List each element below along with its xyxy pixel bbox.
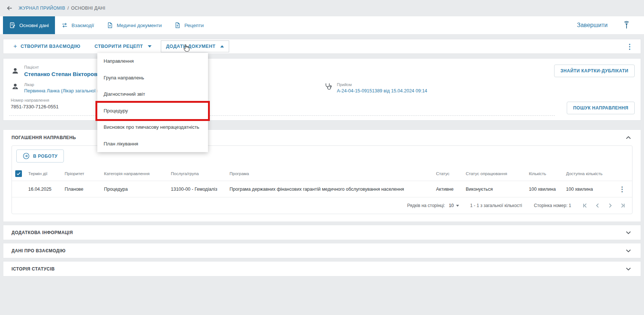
breadcrumb: ЖУРНАЛ ПРИЙОМІВ / ОСНОВНІ ДАНІ — [19, 6, 105, 11]
dropdown-item-referral-group[interactable]: Група направлень — [97, 70, 208, 86]
create-prescription-button[interactable]: СТВОРИТИ РЕЦЕПТ — [90, 41, 156, 52]
to-work-button[interactable]: В РОБОТУ — [16, 150, 64, 163]
previous-page-button[interactable] — [594, 202, 601, 209]
first-page-icon — [582, 202, 588, 209]
cell-category: Процедура — [104, 187, 171, 192]
add-document-dropdown: Направлення Група направлень Діагностичн… — [97, 53, 208, 152]
table-row[interactable]: 16.04.2025 Планове Процедура 13100-00 - … — [12, 181, 632, 197]
referral-number-value: 7851-7330-7126-0551 — [11, 104, 555, 109]
cell-priority: Планове — [65, 187, 104, 192]
cell-processing-status: Виконується — [466, 187, 529, 192]
col-header: Категорія направлення — [104, 171, 171, 176]
tab-medical-documents[interactable]: Медичні документи — [100, 16, 168, 34]
section-title: ПОГАШЕННЯ НАПРАВЛЕНЬ — [12, 135, 76, 140]
col-header: Статус — [436, 171, 466, 176]
cell-quantity: 100 хвилина — [529, 187, 566, 192]
to-work-label: В РОБОТУ — [33, 154, 58, 159]
create-interaction-button[interactable]: + СТВОРИТИ ВЗАЄМОДІЮ — [9, 41, 85, 52]
tab-bar: Основні дані Взаємодії Медичні документи… — [0, 16, 644, 34]
content: + СТВОРИТИ ВЗАЄМОДІЮ СТВОРИТИ РЕЦЕПТ ДОД… — [0, 34, 644, 276]
section-additional-header[interactable]: ДОДАТКОВА ІНФОРМАЦІЯ — [3, 225, 641, 240]
tab-label: Основні дані — [19, 23, 49, 28]
dropdown-item-diagnostic-report[interactable]: Діагностичний звіт — [97, 86, 208, 103]
arrow-circle-icon — [23, 152, 30, 160]
tab-main-data[interactable]: Основні дані — [3, 16, 55, 34]
arrow-left-icon — [6, 4, 13, 12]
breadcrumb-separator: / — [68, 6, 69, 11]
find-duplicates-button[interactable]: ЗНАЙТИ КАРТКИ-ДУБЛІКАТИ — [554, 65, 635, 77]
finish-button[interactable]: Завершити — [577, 22, 608, 29]
section-status-history: ІСТОРІЯ СТАТУСІВ — [3, 261, 641, 276]
section-title: ДОДАТКОВА ІНФОРМАЦІЯ — [12, 230, 73, 235]
chevron-down-icon[interactable] — [624, 265, 632, 273]
breadcrumb-bar: ЖУРНАЛ ПРИЙОМІВ / ОСНОВНІ ДАНІ — [0, 0, 644, 13]
section-interaction-header[interactable]: ДАНІ ПРО ВЗАЄМОДІЮ — [3, 243, 641, 258]
rows-per-page-value: 10 — [449, 203, 453, 208]
cell-term: 16.04.2025 — [28, 187, 65, 192]
section-interaction-data: ДАНІ ПРО ВЗАЄМОДІЮ — [3, 243, 641, 258]
chevron-down-icon — [456, 205, 459, 207]
section-additional-info: ДОДАТКОВА ІНФОРМАЦІЯ — [3, 225, 641, 240]
patient-label: Пацієнт — [24, 65, 104, 69]
table-header-row: Термін дії Пріоритет Категорія направлен… — [12, 166, 632, 181]
plus-icon: + — [13, 44, 17, 49]
visit-value[interactable]: А-24-04-15-09151389 від 15.04.2024 09:14 — [337, 88, 427, 93]
col-header: Пріоритет — [65, 171, 104, 176]
add-document-button[interactable]: ДОДАТИ ДОКУМЕНТ — [161, 40, 229, 52]
rows-per-page-label: Рядків на сторінці: — [407, 203, 445, 208]
dropdown-item-incapacity-conclusion[interactable]: Висновок про тимчасову непрацездатність — [97, 119, 208, 136]
document-plus-icon — [107, 22, 113, 29]
visit-label: Прийом — [337, 82, 427, 87]
cell-status: Активне — [436, 187, 466, 192]
tab-label: Взаємодії — [71, 23, 94, 28]
page: ЖУРНАЛ ПРИЙОМІВ / ОСНОВНІ ДАНІ Основні д… — [0, 0, 644, 315]
dropdown-item-procedure[interactable]: Процедуру — [97, 103, 208, 119]
cell-available-quantity: 100 хвилина — [566, 187, 616, 192]
pagination-page-number: Сторінка номер: 1 — [534, 203, 571, 208]
referrals-table-card: В РОБОТУ Термін дії Пріоритет Категорія … — [12, 145, 632, 214]
row-more-menu[interactable]: ⋮ — [619, 186, 625, 193]
cell-service: 13100-00 - Гемодіаліз — [171, 187, 230, 192]
section-history-header[interactable]: ІСТОРІЯ СТАТУСІВ — [3, 262, 641, 276]
chevron-up-icon[interactable] — [624, 134, 632, 142]
chevron-down-icon — [148, 45, 152, 47]
patient-icon — [11, 67, 20, 75]
breadcrumb-current: ОСНОВНІ ДАНІ — [71, 6, 105, 11]
create-interaction-label: СТВОРИТИ ВЗАЄМОДІЮ — [20, 44, 80, 49]
check-icon — [16, 171, 21, 176]
broadcast-icon[interactable] — [622, 20, 631, 30]
exchange-arrows-icon — [61, 22, 68, 29]
first-page-button[interactable] — [582, 202, 588, 209]
dropdown-item-referral[interactable]: Направлення — [97, 53, 208, 70]
toolbar-more-menu[interactable]: ⋮ — [624, 42, 635, 52]
document-edit-icon — [9, 22, 16, 29]
col-header: Термін дії — [28, 171, 65, 176]
col-header: Доступна кількість — [566, 171, 616, 176]
referral-number-label: Номер направлення — [11, 98, 555, 102]
doctor-icon — [11, 82, 20, 93]
col-header: Послуга/група — [171, 171, 230, 176]
action-toolbar: + СТВОРИТИ ВЗАЄМОДІЮ СТВОРИТИ РЕЦЕПТ ДОД… — [3, 39, 641, 54]
rows-per-page-select[interactable]: 10 — [449, 203, 459, 208]
chevron-down-icon[interactable] — [624, 247, 632, 255]
col-header: Програма — [230, 171, 436, 176]
chevron-down-icon[interactable] — [624, 229, 632, 237]
select-all-checkbox[interactable] — [15, 170, 22, 177]
last-page-icon — [619, 202, 626, 209]
col-header: Статус опрацювання — [466, 171, 529, 176]
tab-interactions[interactable]: Взаємодії — [55, 16, 100, 34]
back-button[interactable] — [6, 4, 13, 12]
tab-prescriptions[interactable]: Рецепти — [168, 16, 210, 34]
breadcrumb-journal-link[interactable]: ЖУРНАЛ ПРИЙОМІВ — [19, 6, 65, 11]
patient-name[interactable]: Степанко Степан Вікторович — [24, 71, 104, 77]
chevron-up-icon — [220, 45, 224, 47]
last-page-button[interactable] — [619, 202, 626, 209]
search-referral-button[interactable]: ПОШУК НАПРАВЛЕННЯ — [567, 102, 635, 114]
chevron-right-icon — [607, 202, 614, 209]
pagination: Рядків на сторінці: 10 1 - 1 з загальної… — [12, 197, 632, 214]
pagination-range: 1 - 1 з загальної кількості — [470, 203, 522, 208]
cell-program: Програма державних фінансових гарантій м… — [230, 187, 436, 192]
dropdown-item-treatment-plan[interactable]: План лікування — [97, 136, 208, 152]
section-title: ДАНІ ПРО ВЗАЄМОДІЮ — [12, 248, 66, 253]
next-page-button[interactable] — [607, 202, 614, 209]
